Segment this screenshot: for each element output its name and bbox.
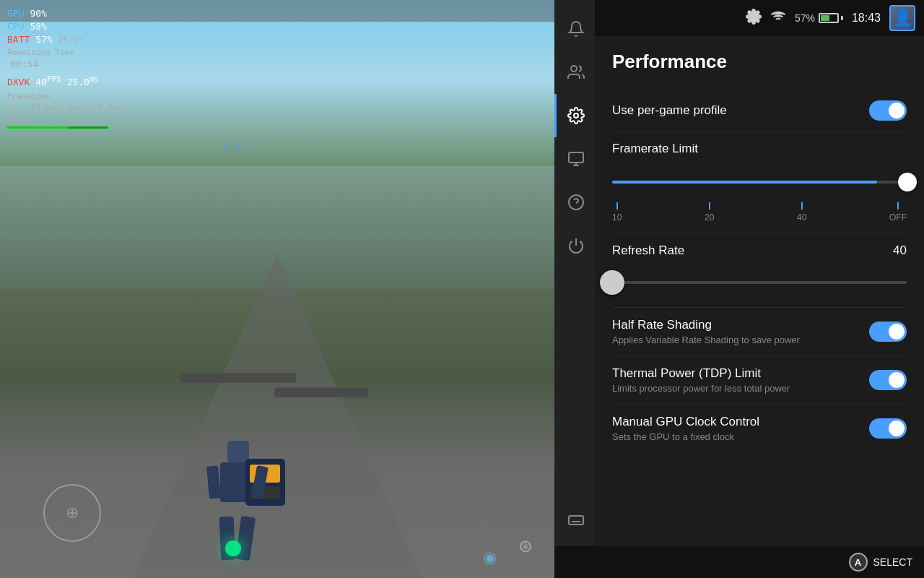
per-game-profile-row: Use per-game profile (612, 90, 907, 131)
a-button[interactable]: A (849, 553, 868, 571)
users-icon (567, 64, 585, 81)
main-content: 57% 18:43 👤 Performance Use per-game pro… (595, 0, 924, 578)
tick-10: 10 (612, 202, 622, 223)
battery-icon (819, 13, 843, 23)
half-rate-shading-sublabel: Applies Variable Rate Shading to save po… (612, 335, 800, 345)
manual-gpu-text: Manual GPU Clock Control Sets the GPU to… (612, 415, 759, 442)
sidebar-item-notifications[interactable] (554, 7, 595, 51)
wifi-icon[interactable] (770, 9, 786, 28)
refresh-rate-section: Refresh Rate 40 (612, 233, 907, 308)
sidebar-item-keyboard[interactable] (554, 499, 595, 542)
avatar[interactable]: 👤 (889, 5, 915, 31)
battery-indicator: 57% (795, 12, 843, 24)
per-game-profile-toggle[interactable] (869, 100, 907, 121)
select-hint: A SELECT (849, 553, 912, 571)
tick-off-label: OFF (889, 212, 907, 223)
refresh-slider-track (612, 281, 907, 284)
tick-40-label: 40 (797, 212, 806, 223)
compass: ⊕ (43, 484, 101, 542)
hud-marker: ⬧ 4 (224, 141, 242, 152)
svg-point-0 (571, 66, 577, 72)
per-game-profile-label: Use per-game profile (612, 103, 727, 118)
cpu-value: 58% (30, 20, 46, 33)
hud-marker2: ◉ (483, 548, 497, 567)
game-area: ⬧ 4 GPU 90% CPU 58% BATT 57% 25.2ʷ Remai… (0, 0, 554, 578)
refresh-header: Refresh Rate 40 (612, 243, 907, 258)
frametime-label: Frametime (7, 91, 122, 102)
power-icon (567, 237, 585, 254)
manual-gpu-sublabel: Sets the GPU to a fixed clock (612, 431, 759, 442)
tick-line (801, 202, 803, 210)
framerate-slider-container (612, 168, 907, 197)
refresh-slider-container (612, 268, 907, 297)
svg-rect-2 (569, 152, 583, 163)
tdp-limit-sublabel: Limits processor power for less total po… (612, 383, 790, 394)
svg-rect-8 (569, 516, 583, 525)
tick-20: 20 (705, 202, 714, 223)
right-panel: 57% 18:43 👤 Performance Use per-game pro… (554, 0, 924, 578)
time-display: 18:43 (852, 12, 881, 25)
dxvk-ms: 25.0ms (67, 74, 99, 90)
performance-content: Performance Use per-game profile Framera… (595, 36, 924, 467)
bottom-bar: A SELECT (554, 546, 924, 578)
question-icon (567, 194, 585, 211)
tick-off: OFF (889, 202, 907, 223)
perf-bar (7, 126, 108, 129)
toggle-knob (889, 372, 905, 388)
select-label: SELECT (873, 556, 912, 568)
toggle-knob (889, 103, 905, 118)
tdp-limit-text: Thermal Power (TDP) Limit Limits process… (612, 366, 790, 394)
manual-gpu-row: Manual GPU Clock Control Sets the GPU to… (612, 405, 907, 452)
platform-right (274, 387, 368, 397)
topbar-wifi-icon (770, 9, 786, 25)
sidebar-item-settings[interactable] (554, 94, 595, 137)
sidebar-item-users[interactable] (554, 51, 595, 94)
framerate-slider-thumb[interactable] (898, 173, 917, 191)
frametime-detail: min: 19.5ms, max: 25.7ms (7, 102, 122, 113)
cpu-label: CPU (7, 20, 24, 33)
sidebar-item-help[interactable] (554, 181, 595, 224)
game-road (133, 253, 422, 578)
half-rate-shading-row: Half Rate Shading Applies Variable Rate … (612, 308, 907, 356)
platform-left (180, 373, 296, 383)
sidebar-item-power[interactable] (554, 224, 595, 267)
game-character (217, 462, 260, 520)
framerate-label: Framerate Limit (612, 142, 907, 156)
refresh-slider-thumb[interactable] (600, 270, 624, 295)
tick-line (709, 202, 710, 210)
framerate-section: Framerate Limit 10 20 (612, 131, 907, 233)
half-rate-shading-toggle[interactable] (869, 322, 907, 342)
tdp-limit-label: Thermal Power (TDP) Limit (612, 366, 790, 381)
topbar-gear-icon (746, 9, 762, 25)
dxvk-label: DXVK (7, 76, 30, 89)
top-bar: 57% 18:43 👤 (595, 0, 924, 36)
batt-power: 25.2ʷ (58, 35, 82, 46)
settings-icon[interactable] (746, 9, 762, 28)
batt-value: 57% (35, 33, 52, 46)
tick-20-label: 20 (705, 212, 714, 223)
tick-40: 40 (797, 202, 806, 223)
toggle-knob (889, 420, 905, 436)
gpu-label: GPU (7, 7, 24, 20)
batt-label: BATT (7, 33, 30, 46)
half-rate-shading-text: Half Rate Shading Applies Variable Rate … (612, 318, 800, 345)
tdp-limit-toggle[interactable] (869, 370, 907, 390)
dxvk-fps: 40FPS (35, 74, 61, 90)
framerate-slider-track (612, 181, 907, 184)
batt-time: 00:54 (7, 58, 38, 71)
bell-icon (567, 20, 585, 38)
half-rate-shading-label: Half Rate Shading (612, 318, 800, 332)
sidebar (554, 0, 595, 578)
tick-line (897, 202, 899, 210)
framerate-slider-fill (612, 181, 877, 184)
tdp-limit-row: Thermal Power (TDP) Limit Limits process… (612, 356, 907, 405)
remaining-label: Remaining Time (7, 47, 74, 58)
performance-title: Performance (612, 51, 907, 73)
sidebar-item-display[interactable] (554, 137, 595, 181)
tick-line (616, 202, 618, 210)
gear-icon (567, 107, 585, 124)
manual-gpu-toggle[interactable] (869, 418, 907, 439)
gpu-value: 90% (30, 7, 46, 20)
manual-gpu-label: Manual GPU Clock Control (612, 415, 759, 429)
hud-bottom-icon: ⊛ (518, 536, 533, 556)
